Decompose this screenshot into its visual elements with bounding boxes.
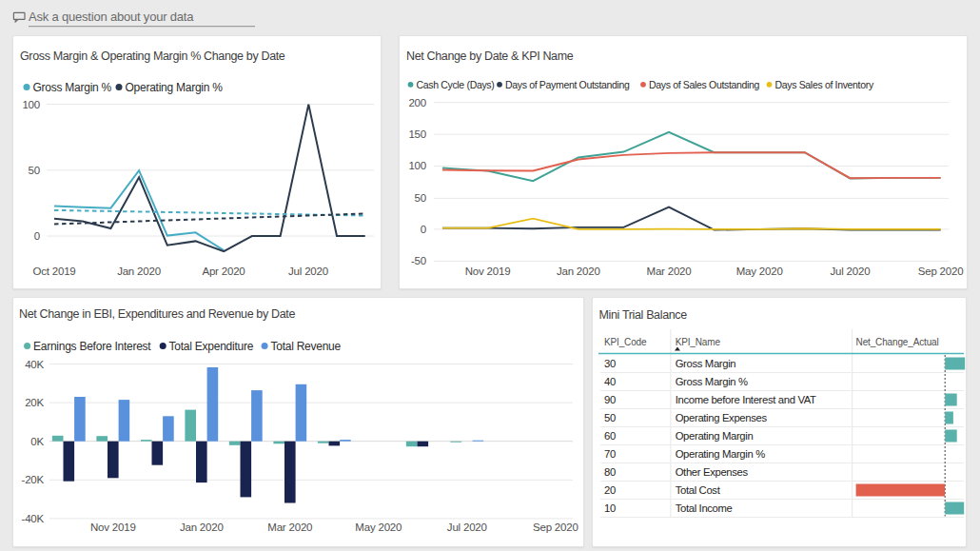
svg-text:Gross Margin %: Gross Margin % [33, 81, 112, 94]
svg-text:Jan 2020: Jan 2020 [117, 266, 161, 277]
svg-text:Total Cost: Total Cost [676, 484, 721, 496]
svg-text:90: 90 [604, 394, 616, 405]
svg-text:50: 50 [29, 165, 40, 176]
svg-text:Sep 2020: Sep 2020 [918, 266, 964, 277]
svg-text:Gross Margin: Gross Margin [676, 358, 736, 369]
svg-text:100: 100 [22, 99, 40, 110]
svg-text:0K: 0K [30, 436, 44, 447]
svg-text:Operating Expenses: Operating Expenses [676, 412, 768, 423]
svg-text:Net Change by Date & KPI Name: Net Change by Date & KPI Name [406, 49, 574, 63]
svg-text:50: 50 [604, 412, 616, 423]
svg-text:-20K: -20K [22, 474, 45, 485]
svg-text:80: 80 [604, 466, 616, 478]
svg-text:-40K: -40K [22, 513, 45, 524]
svg-text:May 2020: May 2020 [736, 266, 783, 277]
svg-text:Operating Margin: Operating Margin [676, 430, 754, 442]
svg-text:Earnings Before Interest: Earnings Before Interest [33, 340, 151, 353]
svg-text:60: 60 [604, 430, 616, 442]
svg-text:Total Income: Total Income [676, 502, 733, 514]
svg-text:70: 70 [604, 448, 616, 460]
svg-text:Cash Cycle (Days): Cash Cycle (Days) [417, 79, 495, 90]
svg-text:Ask a question about your data: Ask a question about your data [29, 10, 194, 24]
svg-text:20K: 20K [25, 397, 44, 408]
svg-text:Sep 2020: Sep 2020 [533, 521, 578, 533]
svg-text:Mini Trial Balance: Mini Trial Balance [599, 308, 688, 322]
svg-text:Operating Margin %: Operating Margin % [676, 448, 765, 460]
svg-text:Total Revenue: Total Revenue [271, 340, 342, 353]
svg-text:KPI_Code: KPI_Code [604, 337, 647, 347]
svg-text:KPI_Name: KPI_Name [676, 337, 721, 347]
svg-text:Days of Payment Outstanding: Days of Payment Outstanding [505, 79, 630, 90]
svg-text:Gross Margin & Operating Margi: Gross Margin & Operating Margin % Change… [20, 49, 285, 63]
svg-text:Apr 2020: Apr 2020 [202, 266, 245, 277]
svg-text:Nov 2019: Nov 2019 [90, 521, 136, 533]
svg-text:0: 0 [34, 230, 40, 242]
svg-text:40K: 40K [25, 359, 44, 370]
svg-text:Net_Change_Actual: Net_Change_Actual [856, 337, 939, 347]
svg-text:150: 150 [408, 128, 426, 140]
svg-text:Operating Margin %: Operating Margin % [126, 81, 224, 94]
svg-text:Jan 2020: Jan 2020 [557, 266, 600, 277]
svg-text:200: 200 [408, 97, 426, 108]
svg-text:10: 10 [604, 502, 616, 514]
svg-text:Jan 2020: Jan 2020 [180, 521, 224, 533]
svg-text:Net Change in EBI, Expenditure: Net Change in EBI, Expenditures and Reve… [19, 307, 295, 321]
svg-text:0: 0 [421, 224, 426, 235]
svg-text:Days Sales of Inventory: Days Sales of Inventory [775, 79, 874, 90]
svg-text:20: 20 [604, 484, 616, 496]
svg-text:40: 40 [604, 376, 616, 387]
svg-text:50: 50 [415, 192, 426, 204]
svg-text:Days of Sales Outstanding: Days of Sales Outstanding [649, 79, 760, 90]
svg-text:Oct 2019: Oct 2019 [32, 266, 75, 277]
svg-text:Nov 2019: Nov 2019 [465, 266, 511, 277]
svg-text:30: 30 [604, 358, 616, 369]
svg-text:Jul 2020: Jul 2020 [288, 266, 328, 277]
svg-text:May 2020: May 2020 [355, 521, 402, 533]
svg-text:100: 100 [408, 160, 426, 171]
svg-text:-50: -50 [411, 255, 426, 266]
svg-text:Total Expenditure: Total Expenditure [169, 340, 254, 353]
svg-text:Jul 2020: Jul 2020 [830, 266, 870, 277]
svg-text:Jul 2020: Jul 2020 [447, 521, 487, 533]
svg-text:Gross Margin %: Gross Margin % [676, 376, 748, 387]
svg-text:Income before Interest and VAT: Income before Interest and VAT [676, 394, 816, 405]
svg-text:Mar 2020: Mar 2020 [267, 521, 312, 533]
svg-text:Mar 2020: Mar 2020 [647, 266, 692, 277]
svg-text:Other Expenses: Other Expenses [676, 466, 749, 478]
